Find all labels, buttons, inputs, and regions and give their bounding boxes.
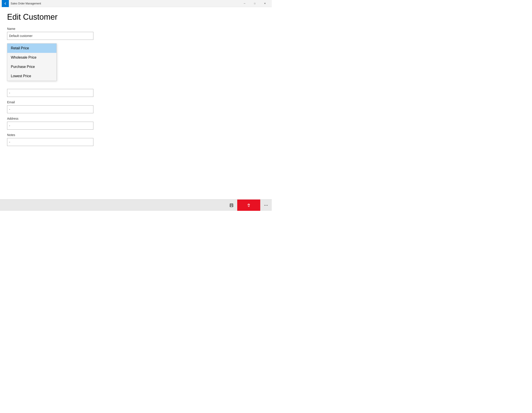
bottom-toolbar (0, 199, 272, 211)
email-field-group: Email (7, 100, 265, 113)
dropdown-option-wholesale[interactable]: Wholesale Price (7, 53, 57, 62)
svg-point-5 (267, 205, 268, 206)
titlebar: Sales Order Management ─ □ ✕ (0, 0, 272, 7)
more-options-button[interactable] (260, 199, 272, 211)
delete-icon (247, 203, 251, 207)
fields-below-dropdown: Email Address Notes (7, 89, 265, 146)
notes-field-group: Notes (7, 133, 265, 146)
svg-point-3 (265, 205, 265, 206)
save-icon (229, 203, 234, 207)
page-title: Edit Customer (7, 12, 265, 22)
price-type-dropdown[interactable]: Retail Price Wholesale Price Purchase Pr… (7, 43, 57, 81)
dropdown-option-retail[interactable]: Retail Price (7, 44, 57, 53)
main-content: Edit Customer Name Price Type Retail Pri… (0, 7, 272, 199)
name-field-group: Name (7, 27, 265, 40)
email-label: Email (7, 100, 265, 104)
phone-input[interactable] (7, 89, 93, 97)
window-controls: ─ □ ✕ (239, 0, 270, 7)
dropdown-option-purchase[interactable]: Purchase Price (7, 62, 57, 71)
back-button[interactable] (2, 0, 9, 7)
notes-input[interactable] (7, 138, 93, 146)
close-button[interactable]: ✕ (260, 0, 270, 7)
phone-field-group (7, 89, 265, 97)
dropdown-option-lowest[interactable]: Lowest Price (7, 71, 57, 81)
save-button[interactable] (226, 199, 237, 211)
address-label: Address (7, 117, 265, 120)
delete-button[interactable] (237, 199, 260, 211)
back-icon (4, 2, 7, 5)
window-title: Sales Order Management (11, 2, 239, 5)
more-icon (264, 203, 268, 207)
name-label: Name (7, 27, 265, 30)
minimize-button[interactable]: ─ (239, 0, 250, 7)
address-input[interactable] (7, 122, 93, 130)
notes-label: Notes (7, 133, 265, 137)
name-input[interactable] (7, 32, 93, 40)
svg-rect-2 (230, 205, 233, 207)
svg-point-4 (266, 205, 266, 206)
svg-rect-1 (231, 204, 232, 205)
maximize-button[interactable]: □ (250, 0, 260, 7)
price-type-field-group: Price Type Retail Price Wholesale Price … (7, 43, 265, 47)
email-input[interactable] (7, 105, 93, 113)
address-field-group: Address (7, 117, 265, 130)
